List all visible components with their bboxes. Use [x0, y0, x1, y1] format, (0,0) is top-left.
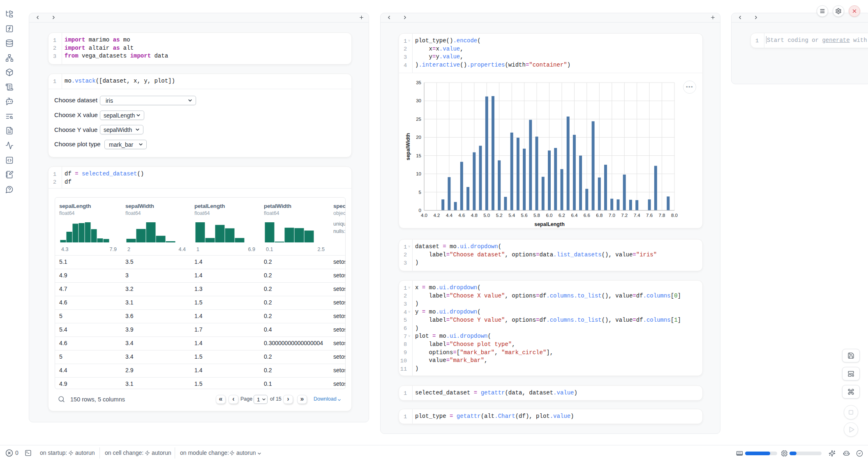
- svg-text:6.0: 6.0: [546, 213, 553, 218]
- svg-text:5.4: 5.4: [508, 213, 515, 218]
- svg-text:4.0: 4.0: [421, 213, 427, 218]
- svg-text:4.6: 4.6: [458, 213, 465, 218]
- svg-text:sepalWidth: sepalWidth: [405, 133, 411, 161]
- svg-text:8.0: 8.0: [671, 213, 678, 218]
- svg-text:6.4: 6.4: [571, 213, 578, 218]
- svg-text:0: 0: [419, 208, 421, 213]
- svg-text:7.8: 7.8: [659, 213, 665, 218]
- svg-text:5.0: 5.0: [483, 213, 490, 218]
- svg-text:15: 15: [416, 153, 421, 158]
- svg-text:4.4: 4.4: [446, 213, 453, 218]
- svg-text:sepalLength: sepalLength: [534, 221, 565, 227]
- svg-text:7.0: 7.0: [609, 213, 615, 218]
- svg-text:30: 30: [416, 98, 421, 103]
- svg-text:20: 20: [416, 135, 421, 140]
- svg-text:7.2: 7.2: [621, 213, 628, 218]
- svg-text:5: 5: [419, 190, 421, 195]
- svg-text:5.8: 5.8: [533, 213, 540, 218]
- svg-text:7.4: 7.4: [634, 213, 641, 218]
- svg-text:25: 25: [416, 117, 421, 122]
- svg-text:10: 10: [416, 171, 421, 176]
- svg-text:4.2: 4.2: [434, 213, 440, 218]
- svg-text:7.6: 7.6: [646, 213, 653, 218]
- svg-text:4.8: 4.8: [471, 213, 478, 218]
- svg-text:6.8: 6.8: [596, 213, 603, 218]
- svg-text:6.2: 6.2: [559, 213, 565, 218]
- svg-text:5.2: 5.2: [496, 213, 503, 218]
- svg-text:5.6: 5.6: [521, 213, 528, 218]
- svg-text:6.6: 6.6: [584, 213, 590, 218]
- svg-text:35: 35: [416, 80, 421, 85]
